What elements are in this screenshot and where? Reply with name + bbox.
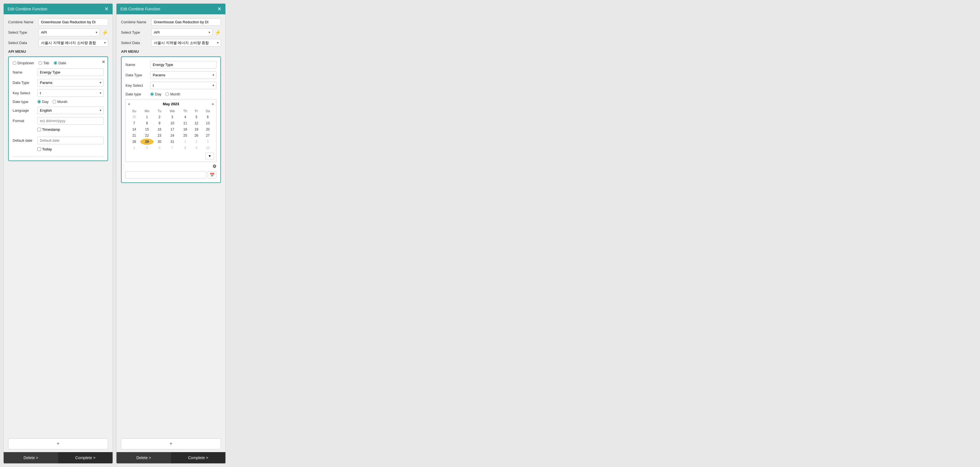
right-api-datatype-row: Data Type Params ▼ — [126, 71, 216, 79]
right-api-keyselect-select[interactable]: t — [150, 82, 216, 89]
weekday-su: Su — [128, 108, 140, 114]
right-datetype-day-label: Day — [155, 92, 161, 96]
api-menu-close-button[interactable]: ✕ — [102, 59, 105, 65]
right-datetype-month-radio[interactable]: Month — [165, 92, 180, 96]
calendar-day[interactable]: 16 — [154, 126, 165, 132]
calendar-icon-button[interactable]: 📅 — [208, 171, 216, 178]
calendar-next-button[interactable]: » — [212, 102, 214, 106]
datetype-month-radio[interactable]: Month — [52, 100, 67, 104]
api-language-label: Language — [13, 108, 35, 113]
calendar-day[interactable]: 6 — [202, 114, 214, 120]
calendar-prev-button[interactable]: « — [128, 102, 130, 106]
select-type-select[interactable]: API — [38, 29, 100, 36]
left-complete-button[interactable]: Complete > — [58, 452, 113, 463]
calendar-day[interactable]: 2 — [191, 139, 202, 145]
calendar-day[interactable]: 18 — [180, 126, 191, 132]
calendar-day[interactable]: 30 — [154, 139, 165, 145]
right-select-data-select[interactable]: 서울시 지역별 에너지 소비량 종합 — [151, 39, 221, 47]
calendar-day[interactable]: 3 — [202, 139, 214, 145]
radio-tab[interactable]: Tab — [38, 61, 49, 65]
calendar-day[interactable]: 30 — [128, 114, 140, 120]
api-keyselect-label: Key Select — [13, 91, 35, 95]
api-datatype-select[interactable]: Params — [37, 79, 103, 86]
calendar-day[interactable]: 24 — [165, 132, 180, 139]
calendar-day[interactable]: 9 — [191, 145, 202, 151]
calendar-day[interactable]: 15 — [140, 126, 154, 132]
combine-name-input[interactable] — [38, 18, 108, 26]
calendar-day[interactable]: 29 — [140, 139, 154, 145]
calendar-day[interactable]: 17 — [165, 126, 180, 132]
calendar-day[interactable]: 7 — [165, 145, 180, 151]
right-lightning-icon[interactable]: ⚡ — [215, 29, 221, 36]
calendar-day[interactable]: 20 — [202, 126, 214, 132]
date-input-field[interactable] — [126, 171, 206, 178]
timestamp-checkbox-label[interactable]: Timestamp — [37, 127, 60, 132]
left-delete-button[interactable]: Delete > — [4, 452, 58, 463]
calendar-day[interactable]: 4 — [180, 114, 191, 120]
calendar-day[interactable]: 11 — [180, 120, 191, 126]
calendar-day[interactable]: 9 — [154, 120, 165, 126]
api-format-input[interactable] — [37, 117, 103, 125]
calendar-day[interactable]: 25 — [180, 132, 191, 139]
calendar-day[interactable]: 14 — [128, 126, 140, 132]
calendar-day[interactable]: 1 — [140, 114, 154, 120]
right-combine-name-row: Combine Name — [121, 18, 221, 26]
right-add-button[interactable]: + — [121, 438, 221, 450]
radio-date[interactable]: Date — [54, 61, 66, 65]
calendar-day[interactable]: 31 — [165, 139, 180, 145]
settings-icon-button[interactable]: ⚙ — [213, 164, 216, 169]
calendar-day[interactable]: 22 — [140, 132, 154, 139]
today-checkbox[interactable] — [37, 147, 41, 151]
right-api-datatype-select[interactable]: Params — [150, 71, 216, 79]
calendar-day[interactable]: 2 — [154, 114, 165, 120]
right-complete-button[interactable]: Complete > — [171, 452, 226, 463]
calendar-day[interactable]: 10 — [202, 145, 214, 151]
calendar-day[interactable]: 6 — [154, 145, 165, 151]
right-api-name-input[interactable] — [150, 61, 216, 68]
calendar-day[interactable]: 27 — [202, 132, 214, 139]
datetype-day-radio[interactable]: Day — [37, 100, 49, 104]
calendar-day[interactable]: 5 — [191, 114, 202, 120]
calendar-day[interactable]: 1 — [180, 139, 191, 145]
calendar-day[interactable]: 10 — [165, 120, 180, 126]
select-data-select[interactable]: 서울시 지역별 에너지 소비량 종합 — [38, 39, 108, 47]
right-select-type-select[interactable]: API — [151, 29, 213, 36]
calendar-dropdown-button[interactable]: ▼ — [205, 152, 214, 159]
calendar-day[interactable]: 3 — [165, 114, 180, 120]
calendar-day[interactable]: 4 — [128, 145, 140, 151]
calendar-day[interactable]: 12 — [191, 120, 202, 126]
calendar-day[interactable]: 26 — [191, 132, 202, 139]
weekday-sa: Sa — [202, 108, 214, 114]
right-api-keyselect-row: Key Select t ▼ — [126, 82, 216, 89]
api-name-input[interactable] — [37, 68, 103, 76]
calendar-day[interactable]: 5 — [140, 145, 154, 151]
api-timestamp-row: Timestamp — [13, 127, 103, 134]
radio-dropdown[interactable]: Dropdown — [13, 61, 34, 65]
api-keyselect-select[interactable]: t — [37, 89, 103, 97]
weekday-we: We — [165, 108, 180, 114]
calendar-day[interactable]: 28 — [128, 139, 140, 145]
calendar-day[interactable]: 8 — [140, 120, 154, 126]
right-dialog-close-button[interactable]: ✕ — [217, 6, 221, 11]
left-dialog-close-button[interactable]: ✕ — [104, 6, 109, 11]
left-add-button[interactable]: + — [8, 438, 108, 450]
api-language-select[interactable]: English — [37, 106, 103, 114]
radio-date-label: Date — [58, 61, 66, 65]
timestamp-checkbox[interactable] — [37, 128, 41, 131]
calendar-day[interactable]: 8 — [180, 145, 191, 151]
calendar-day[interactable]: 23 — [154, 132, 165, 139]
right-datetype-day-radio[interactable]: Day — [150, 92, 161, 96]
calendar-day[interactable]: 13 — [202, 120, 214, 126]
api-defaultdate-input[interactable] — [37, 137, 103, 144]
right-api-menu-box: Name Data Type Params ▼ Key Select t — [121, 56, 221, 183]
weekday-tu: Tu — [154, 108, 165, 114]
calendar-day[interactable]: 21 — [128, 132, 140, 139]
calendar-day[interactable]: 7 — [128, 120, 140, 126]
lightning-icon[interactable]: ⚡ — [102, 29, 108, 36]
right-combine-name-input[interactable] — [151, 18, 221, 26]
right-delete-button[interactable]: Delete > — [116, 452, 171, 463]
calendar-day[interactable]: 19 — [191, 126, 202, 132]
today-checkbox-label[interactable]: Today — [37, 147, 52, 151]
right-select-data-wrapper: 서울시 지역별 에너지 소비량 종합 ▼ — [151, 39, 221, 47]
timestamp-label: Timestamp — [42, 127, 60, 132]
